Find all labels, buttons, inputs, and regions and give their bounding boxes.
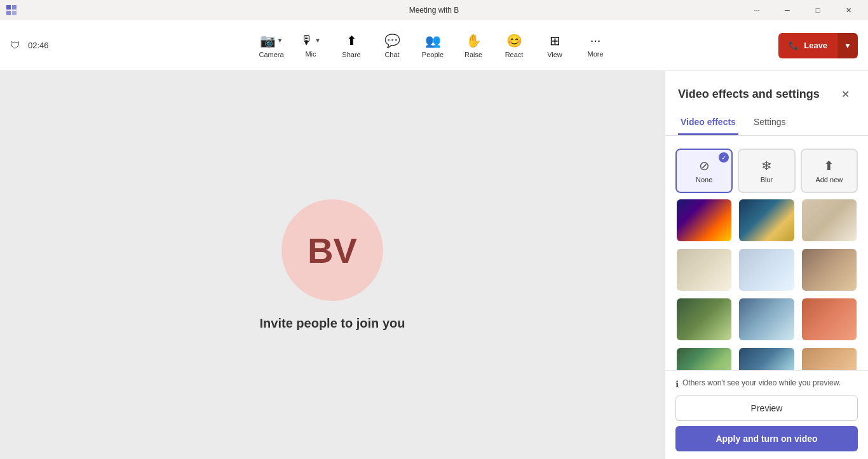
tab-video-effects[interactable]: Video effects [678, 112, 738, 135]
mic-dropdown-icon: ▼ [315, 37, 321, 44]
app-logo [5, 4, 18, 17]
panel-header: Video effects and settings ✕ [665, 71, 868, 112]
toolbar-item-camera[interactable]: 📷 ▼ Camera [254, 28, 289, 63]
main-area: BV Invite people to join you Video effec… [0, 71, 868, 459]
leave-phone-icon: 📞 [789, 41, 799, 50]
effects-row-5 [675, 347, 858, 370]
panel-close-btn[interactable]: ✕ [835, 84, 855, 104]
view-label: View [547, 51, 562, 58]
chat-icon: 💬 [384, 33, 400, 48]
more-icon: ··· [590, 33, 601, 48]
window-title: Meeting with B [409, 6, 459, 15]
svg-rect-2 [6, 11, 11, 15]
effect-add-new[interactable]: ⬆ Add new [801, 149, 858, 193]
preview-note: ℹ Others won't see your video while you … [675, 378, 858, 389]
toolbar-center: 📷 ▼ Camera 🎙 ▼ Mic ⬆ Share 💬 Chat 👥 Peo [254, 28, 614, 63]
background-8[interactable] [738, 297, 795, 342]
background-2[interactable] [738, 198, 795, 243]
effects-row-3 [675, 248, 858, 292]
video-area: BV Invite people to join you [0, 71, 665, 459]
effects-row-1: ✓ ⊘ None ❄ Blur ⬆ Add new [675, 149, 858, 193]
camera-label: Camera [259, 51, 283, 58]
blur-label: Blur [761, 176, 773, 183]
background-1[interactable] [675, 198, 733, 243]
toolbar-item-react[interactable]: 😊 React [495, 28, 533, 63]
blur-icon: ❄ [761, 158, 772, 173]
toolbar-item-raise[interactable]: ✋ Raise [454, 28, 492, 63]
apply-button[interactable]: Apply and turn on video [675, 426, 858, 451]
more-label: More [587, 50, 603, 58]
background-6[interactable] [801, 248, 858, 292]
effects-grid: ✓ ⊘ None ❄ Blur ⬆ Add new [665, 143, 868, 370]
mic-label: Mic [305, 50, 316, 58]
toolbar-item-mic[interactable]: 🎙 ▼ Mic [292, 28, 330, 63]
background-11[interactable] [738, 347, 795, 370]
meeting-toolbar: 🛡 02:46 📷 ▼ Camera 🎙 ▼ Mic ⬆ Share 💬 [0, 20, 868, 71]
preview-note-text: Others won't see your video while you pr… [682, 378, 841, 387]
mic-icon: 🎙 [301, 33, 313, 48]
camera-dropdown-icon: ▼ [277, 37, 283, 44]
none-icon: ⊘ [699, 158, 710, 173]
mic-icon-row: 🎙 ▼ [301, 33, 321, 48]
share-label: Share [342, 51, 360, 58]
none-label: None [696, 176, 712, 183]
camera-icon: 📷 [260, 33, 276, 48]
panel-bottom: ℹ Others won't see your video while you … [665, 370, 868, 459]
toolbar-right: 📞 Leave ▼ [778, 33, 858, 58]
toolbar-left: 🛡 02:46 [10, 40, 49, 51]
react-icon: 😊 [506, 33, 522, 48]
raise-label: Raise [465, 51, 482, 58]
raise-icon: ✋ [466, 33, 482, 48]
panel-tabs: Video effects Settings [665, 112, 868, 136]
share-icon: ⬆ [346, 33, 357, 48]
leave-wrapper: 📞 Leave ▼ [778, 33, 858, 58]
info-icon: ℹ [675, 379, 679, 389]
background-7[interactable] [675, 297, 733, 342]
add-new-icon: ⬆ [824, 158, 834, 173]
svg-rect-3 [12, 11, 17, 15]
invite-text: Invite people to join you [260, 316, 405, 331]
effects-row-4 [675, 297, 858, 342]
effect-none[interactable]: ✓ ⊘ None [675, 149, 733, 193]
effects-row-2 [675, 198, 858, 243]
people-label: People [422, 51, 444, 58]
background-10[interactable] [675, 347, 733, 370]
leave-button[interactable]: 📞 Leave [778, 33, 837, 58]
close-btn[interactable]: ✕ [834, 0, 863, 20]
toolbar-item-people[interactable]: 👥 People [414, 28, 452, 63]
people-icon: 👥 [425, 33, 441, 48]
tab-settings[interactable]: Settings [751, 112, 789, 135]
toolbar-item-more[interactable]: ··· More [576, 28, 614, 63]
effect-blur[interactable]: ❄ Blur [738, 149, 795, 193]
background-4[interactable] [675, 248, 733, 292]
minimize-btn[interactable]: ─ [773, 0, 802, 20]
toolbar-item-share[interactable]: ⬆ Share [332, 28, 370, 63]
preview-button[interactable]: Preview [675, 396, 858, 421]
shield-icon: 🛡 [10, 40, 20, 51]
background-5[interactable] [738, 248, 795, 292]
background-12[interactable] [801, 347, 858, 370]
add-new-label: Add new [815, 176, 843, 183]
toolbar-item-view[interactable]: ⊞ View [536, 28, 574, 63]
toolbar-item-chat[interactable]: 💬 Chat [373, 28, 411, 63]
svg-rect-0 [6, 5, 11, 10]
leave-label: Leave [804, 41, 827, 50]
svg-rect-1 [12, 5, 17, 10]
react-label: React [505, 51, 524, 58]
selected-checkmark: ✓ [719, 152, 729, 163]
leave-dropdown-btn[interactable]: ▼ [837, 33, 858, 58]
avatar-initials: BV [308, 230, 357, 271]
maximize-btn[interactable]: □ [803, 0, 832, 20]
call-timer: 02:46 [28, 41, 49, 50]
window-controls: ··· ─ □ ✕ [742, 0, 863, 20]
title-bar: Meeting with B ··· ─ □ ✕ [0, 0, 868, 20]
avatar: BV [281, 199, 383, 301]
background-9[interactable] [801, 297, 858, 342]
view-icon: ⊞ [550, 33, 560, 48]
background-3[interactable] [801, 198, 858, 243]
chat-label: Chat [384, 51, 399, 58]
camera-icon-row: 📷 ▼ [260, 33, 283, 48]
panel-title: Video effects and settings [678, 88, 820, 101]
side-panel: Video effects and settings ✕ Video effec… [665, 71, 868, 459]
more-options-btn[interactable]: ··· [742, 0, 771, 20]
